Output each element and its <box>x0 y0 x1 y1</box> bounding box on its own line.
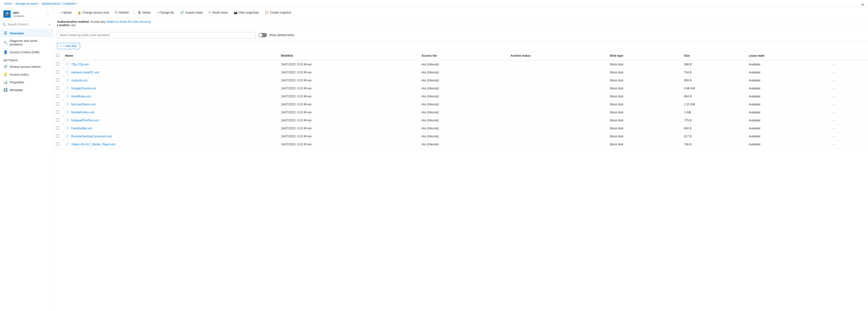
add-filter-button[interactable]: + + Add filter <box>57 43 80 49</box>
file-name-link[interactable]: AdobeAcrobatDC.xml <box>71 71 99 74</box>
row-name-cell: 📄 MozillaFirefox.xml <box>62 109 278 116</box>
row-more-actions-button[interactable]: ··· <box>832 79 836 82</box>
file-name-link[interactable]: GoogleChrome.xml <box>71 87 96 90</box>
table-row: 📄 GoogleChrome.xml 24/07/2022, 9:22:49 a… <box>53 85 868 92</box>
close-button[interactable]: ✕ <box>861 2 864 7</box>
column-lease-state[interactable]: Lease state <box>746 51 829 60</box>
overview-icon: ☰ <box>3 31 7 35</box>
show-deleted-toggle[interactable] <box>258 33 267 37</box>
row-checkbox-7[interactable] <box>56 118 59 121</box>
breadcrumb: Home › Storage accounts › stpydeviceuse … <box>0 0 868 7</box>
row-checkbox-8[interactable] <box>56 126 59 130</box>
breadcrumb-home[interactable]: Home <box>4 2 11 5</box>
row-checkbox-10[interactable] <box>56 142 59 146</box>
row-blob-type-cell: Block blob <box>607 116 681 124</box>
file-name-link[interactable]: MozillaFirefox.xml <box>71 111 94 114</box>
sidebar-item-shared-access-tokens[interactable]: 🔗 Shared access tokens <box>0 63 53 70</box>
row-checkbox-cell <box>53 85 62 92</box>
file-name-link[interactable]: RemoteDesktopConnection.xml <box>71 135 112 138</box>
row-more-actions-button[interactable]: ··· <box>832 126 836 130</box>
location-value: uev <box>71 24 75 27</box>
toolbar: ↑ Upload 🔒 Change access level ↻ Refresh… <box>53 7 868 18</box>
row-checkbox-cell <box>53 60 62 68</box>
column-name[interactable]: Name <box>62 51 278 60</box>
file-name-link[interactable]: NotepadPlusPlus.xml <box>71 119 99 122</box>
column-blob-type[interactable]: Blob type <box>607 51 681 60</box>
row-more-actions-button[interactable]: ··· <box>832 70 836 74</box>
sidebar-item-metadata-label: Metadata <box>10 88 23 92</box>
breadcrumb-storage-accounts[interactable]: Storage accounts <box>15 2 38 5</box>
row-checkbox-9[interactable] <box>56 135 59 138</box>
table-row: 📄 MozillaFirefox.xml 24/07/2022, 9:22:49… <box>53 109 868 116</box>
create-snapshot-button[interactable]: 📋 Create snapshot <box>262 9 293 16</box>
row-more-actions-button[interactable]: ··· <box>832 103 836 106</box>
row-more-actions-button[interactable]: ··· <box>832 110 836 114</box>
row-checkbox-0[interactable] <box>56 62 59 66</box>
refresh-button[interactable]: ↻ Refresh <box>113 9 131 16</box>
row-checkbox-1[interactable] <box>56 70 59 74</box>
file-name-link[interactable]: HandBrake.xml <box>71 95 91 98</box>
acquire-lease-button[interactable]: 🔗 Acquire lease <box>178 9 206 16</box>
sidebar-item-iam[interactable]: 👤 Access Control (IAM) <box>0 48 53 56</box>
access-policy-icon: 💡 <box>3 73 7 76</box>
shared-access-tokens-icon: 🔗 <box>3 65 7 68</box>
row-blob-type-cell: Block blob <box>607 60 681 68</box>
breadcrumb-container[interactable]: stpydeviceuse | Containers <box>41 2 76 5</box>
column-archive-status[interactable]: Archive status <box>507 51 607 60</box>
file-name-link[interactable]: Audacity.xml <box>71 79 87 82</box>
row-checkbox-4[interactable] <box>56 94 59 97</box>
sidebar-item-properties[interactable]: 📊 Properties <box>0 78 53 86</box>
file-name-link[interactable]: MicrosoftSsms.xml <box>71 103 96 106</box>
break-lease-button[interactable]: ✂ Break lease <box>206 9 230 16</box>
row-size-cell: 779 B <box>681 116 746 124</box>
row-more-actions-button[interactable]: ··· <box>832 118 836 122</box>
row-blob-type-cell: Block blob <box>607 101 681 109</box>
collapse-sidebar-button[interactable]: « <box>49 23 51 26</box>
row-more-actions-button[interactable]: ··· <box>832 142 836 146</box>
file-icon: 📄 <box>65 86 69 90</box>
row-lease-state-cell: Available <box>746 124 829 133</box>
change-access-level-button[interactable]: 🔒 Change access level <box>75 9 112 16</box>
more-options-button[interactable]: ··· <box>46 12 50 16</box>
row-modified-cell: 24/07/2022, 9:22:49 am <box>278 77 418 85</box>
file-name-link[interactable]: VideoLAN-VLC_Media_Player.xml <box>71 143 115 146</box>
file-name-link[interactable]: PaintDotNet.xml <box>71 127 92 130</box>
row-checkbox-2[interactable] <box>56 79 59 82</box>
view-snapshots-button[interactable]: 📷 View snapshots <box>231 9 261 16</box>
sidebar-item-overview[interactable]: ☰ Overview <box>0 29 53 37</box>
row-actions-cell: ··· <box>829 116 868 124</box>
file-icon: 📄 <box>65 103 69 106</box>
row-more-actions-button[interactable]: ··· <box>832 62 836 66</box>
switch-auth-link[interactable]: (Switch to Azure AD User Account) <box>106 20 151 24</box>
sidebar-search-input[interactable] <box>7 23 48 26</box>
column-access-tier[interactable]: Access tier <box>419 51 508 60</box>
file-icon: 📄 <box>65 126 69 130</box>
properties-icon: 📊 <box>3 80 7 84</box>
sidebar-item-access-policy[interactable]: 💡 Access policy <box>0 70 53 78</box>
delete-button[interactable]: 🗑 Delete <box>135 9 153 16</box>
row-lease-state-cell: Available <box>746 92 829 101</box>
row-more-actions-button[interactable]: ··· <box>832 135 836 138</box>
view-snapshots-label: View snapshots <box>239 11 259 14</box>
row-archive-status-cell <box>507 68 607 77</box>
sidebar-item-metadata[interactable]: ℹ️ Metadata <box>0 86 53 94</box>
column-size[interactable]: Size <box>681 51 746 60</box>
row-more-actions-button[interactable]: ··· <box>832 94 836 98</box>
column-modified[interactable]: Modified <box>278 51 418 60</box>
row-modified-cell: 24/07/2022, 9:22:49 am <box>278 109 418 116</box>
row-checkbox-5[interactable] <box>56 103 59 106</box>
upload-button[interactable]: ↑ Upload <box>57 9 74 16</box>
sidebar-item-diagnose[interactable]: 🔧 Diagnose and solve problems <box>0 37 53 48</box>
row-checkbox-6[interactable] <box>56 110 59 114</box>
blob-search-input[interactable] <box>57 32 255 38</box>
row-more-actions-button[interactable]: ··· <box>832 86 836 90</box>
change-tier-button[interactable]: ↕ Change tier <box>154 9 177 16</box>
select-all-checkbox[interactable] <box>56 54 59 57</box>
row-checkbox-3[interactable] <box>56 86 59 90</box>
row-blob-type-cell: Block blob <box>607 77 681 85</box>
row-actions-cell: ··· <box>829 92 868 101</box>
sidebar-item-properties-label: Properties <box>10 80 24 84</box>
file-name-link[interactable]: 7Zip-7Zip.xml <box>71 63 89 66</box>
blob-table: Name Modified Access tier Archive status… <box>53 51 868 148</box>
row-archive-status-cell <box>507 133 607 140</box>
